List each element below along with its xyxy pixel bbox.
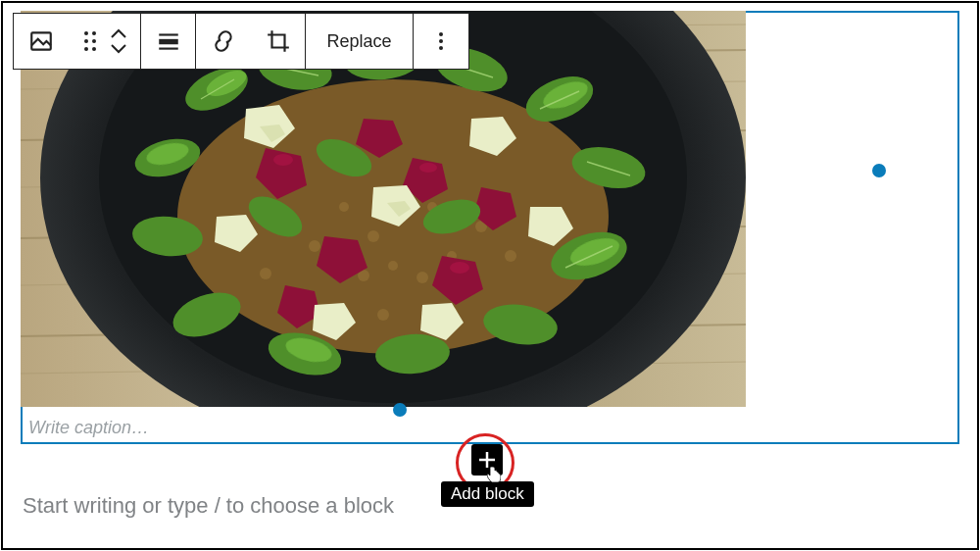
image-caption-input[interactable]: Write caption… [28, 418, 149, 438]
svg-point-65 [92, 31, 96, 35]
add-block-tooltip: Add block [441, 481, 534, 507]
svg-point-75 [439, 46, 443, 50]
image-block-selected[interactable]: Write caption… [21, 11, 959, 444]
chevron-down-icon[interactable] [110, 41, 127, 55]
replace-label: Replace [326, 31, 391, 52]
svg-point-31 [273, 154, 293, 166]
svg-point-16 [388, 261, 398, 271]
link-button[interactable] [196, 14, 251, 69]
image-block-type-button[interactable] [14, 14, 69, 69]
svg-point-68 [84, 47, 88, 51]
paragraph-placeholder[interactable]: Start writing or type / to choose a bloc… [23, 493, 394, 519]
image-block-image[interactable] [21, 11, 746, 407]
svg-point-32 [419, 163, 437, 173]
svg-point-67 [92, 39, 96, 43]
more-options-button[interactable] [414, 14, 468, 69]
replace-button[interactable]: Replace [306, 14, 414, 69]
svg-point-66 [84, 39, 88, 43]
add-block-area: Add block [471, 444, 503, 476]
drag-handle-icon [82, 28, 98, 54]
resize-handle-bottom[interactable] [393, 403, 407, 417]
crop-button[interactable] [251, 14, 306, 69]
svg-point-64 [84, 31, 88, 35]
svg-point-13 [309, 240, 320, 252]
svg-point-73 [439, 32, 443, 36]
link-icon [211, 28, 236, 54]
image-icon [28, 28, 54, 54]
resize-handle-right[interactable] [872, 164, 886, 177]
more-vertical-icon [438, 29, 444, 53]
svg-point-27 [377, 309, 389, 321]
add-block-button[interactable] [471, 444, 503, 476]
svg-point-33 [450, 262, 469, 274]
crop-icon [266, 28, 291, 54]
align-icon [156, 28, 181, 54]
block-mover[interactable] [69, 14, 141, 69]
svg-point-69 [92, 47, 96, 51]
svg-point-23 [339, 202, 349, 212]
svg-point-74 [439, 39, 443, 43]
svg-point-25 [260, 268, 271, 279]
align-button[interactable] [141, 14, 196, 69]
svg-rect-71 [159, 39, 178, 44]
svg-point-22 [368, 230, 379, 242]
chevron-up-icon[interactable] [110, 27, 127, 41]
cursor-pointer-icon [487, 466, 501, 483]
svg-point-17 [416, 272, 428, 283]
block-toolbar: Replace [13, 13, 469, 70]
svg-point-24 [505, 250, 516, 262]
screenshot-frame: Write caption… [1, 1, 979, 550]
